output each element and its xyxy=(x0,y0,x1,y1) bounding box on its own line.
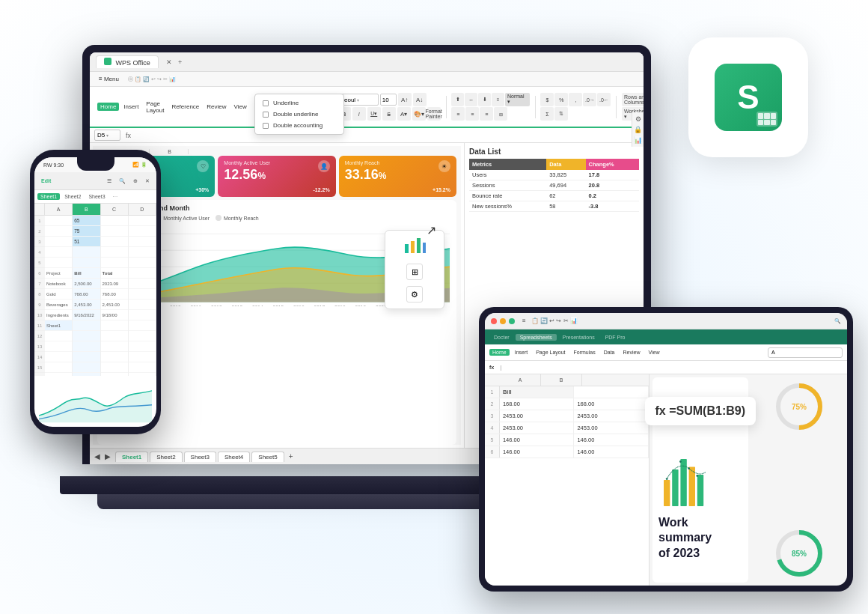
cell-a14[interactable] xyxy=(45,352,72,362)
cell-c9[interactable]: 2,453.00 xyxy=(101,300,128,310)
cell-b2[interactable]: 75 xyxy=(73,226,100,237)
phone-tab-3[interactable]: Sheet3 xyxy=(85,193,108,200)
ribbon-view[interactable]: View xyxy=(231,103,250,111)
sheet-tab-1[interactable]: Sheet1 xyxy=(115,452,148,462)
ribbon-reference[interactable]: Reference xyxy=(168,103,202,111)
align-right[interactable]: ≡ xyxy=(480,107,493,121)
cell-b14[interactable] xyxy=(73,352,100,362)
cell-d9[interactable] xyxy=(129,300,156,310)
sum-btn[interactable]: Σ xyxy=(540,107,554,121)
ribbon-page-layout[interactable]: Page Layout xyxy=(143,100,167,115)
cell-c8[interactable]: 768.00 xyxy=(101,289,128,300)
ribbon-review[interactable]: Review xyxy=(204,103,229,111)
format-painter-btn[interactable]: Format Painter xyxy=(427,107,441,121)
tab-new[interactable]: + xyxy=(178,58,182,66)
cell-b9[interactable]: 2,453.00 xyxy=(73,300,100,310)
phone-close-btn[interactable]: ✕ xyxy=(143,177,152,185)
dropdown-item-underline[interactable]: Underline xyxy=(255,97,343,109)
cell-b5[interactable] xyxy=(73,258,100,268)
cell-a1[interactable] xyxy=(45,216,72,226)
cell-a12[interactable] xyxy=(45,331,72,341)
rows-columns-btn[interactable]: Rows and Columns ▾ xyxy=(622,93,644,106)
cell-a9[interactable]: Beverages xyxy=(45,300,72,310)
cell-d5[interactable] xyxy=(129,258,156,268)
tablet-cell-b2[interactable]: 168.00 xyxy=(574,398,649,410)
ribbon-insert[interactable]: Insert xyxy=(120,103,141,111)
italic-btn[interactable]: I xyxy=(352,107,366,121)
formula-input[interactable] xyxy=(136,130,639,141)
chart-popup-settings-icon[interactable]: ⚙ xyxy=(390,286,439,303)
sheet-next[interactable]: ▶ xyxy=(105,452,111,460)
traffic-light-green[interactable] xyxy=(509,318,515,324)
cell-d7[interactable] xyxy=(129,279,156,289)
tablet-formula-input[interactable]: A xyxy=(768,347,843,358)
align-bottom[interactable]: ⬇ xyxy=(478,93,491,106)
sheet-add[interactable]: + xyxy=(289,452,293,460)
format-dropdown[interactable]: Normal ▾ xyxy=(505,93,530,106)
tablet-cell-b5[interactable]: 146.00 xyxy=(574,434,649,446)
cell-d2[interactable] xyxy=(129,226,156,237)
tablet-cell-a5[interactable]: 146.00 xyxy=(500,434,575,446)
tablet-ribbon-view[interactable]: View xyxy=(645,349,662,356)
tablet-ribbon-home[interactable]: Home xyxy=(489,349,510,356)
font-size-up[interactable]: A↑ xyxy=(398,93,412,106)
phone-more-tabs[interactable]: ··· xyxy=(113,193,118,200)
phone-edit-btn[interactable]: Edit xyxy=(39,177,53,184)
sheet-prev[interactable]: ◀ xyxy=(94,452,100,460)
cell-d12[interactable] xyxy=(129,331,156,341)
cell-c15[interactable] xyxy=(101,362,128,373)
app-tab-spreadsheets[interactable]: Spreadsheets xyxy=(516,334,557,341)
cell-a2[interactable] xyxy=(45,226,72,237)
tablet-cell-a1[interactable]: Bill xyxy=(500,386,575,398)
cell-a11[interactable]: Sheet1 xyxy=(45,320,72,331)
cell-d3[interactable] xyxy=(129,237,156,247)
cell-a15[interactable] xyxy=(45,362,72,373)
phone-tab-2[interactable]: Sheet2 xyxy=(61,193,84,200)
tablet-cell-b6[interactable]: 146.00 xyxy=(574,446,649,458)
tablet-ribbon-insert[interactable]: Insert xyxy=(512,349,531,356)
strikethrough-btn[interactable]: S xyxy=(382,107,396,121)
cell-a3[interactable] xyxy=(45,237,72,247)
cell-b12[interactable] xyxy=(73,331,100,341)
cell-c11[interactable] xyxy=(101,320,128,331)
cell-b8[interactable]: 768.00 xyxy=(73,289,100,300)
app-tab-docter[interactable]: Docter xyxy=(489,334,514,341)
cell-c3[interactable] xyxy=(101,237,128,247)
sheet-tab-2[interactable]: Sheet2 xyxy=(150,452,182,462)
cell-a6[interactable]: Project xyxy=(45,268,72,279)
phone-settings-btn[interactable]: ☰ xyxy=(105,177,114,185)
cell-d11[interactable] xyxy=(129,320,156,331)
cell-c12[interactable] xyxy=(101,331,128,341)
align-middle[interactable]: ↔ xyxy=(465,93,477,106)
fill-color-btn[interactable]: 🎨▾ xyxy=(412,107,426,121)
sort-btn[interactable]: ⇅ xyxy=(554,107,568,121)
sheet-tab-5[interactable]: Sheet5 xyxy=(251,452,284,462)
app-tab-pdf[interactable]: PDF Pro xyxy=(601,334,630,341)
cell-d4[interactable] xyxy=(129,247,156,258)
merge-cells[interactable]: ⊞ xyxy=(494,107,507,121)
cell-c10[interactable]: 9/18/00 xyxy=(101,310,128,320)
cell-b7[interactable]: 2,500.00 xyxy=(73,279,100,289)
cell-c13[interactable] xyxy=(101,341,128,352)
cell-d13[interactable] xyxy=(129,341,156,352)
tablet-cell-b3[interactable]: 2453.00 xyxy=(574,410,649,422)
comma-btn[interactable]: , xyxy=(569,93,582,106)
align-top[interactable]: ⬆ xyxy=(451,93,464,106)
tablet-menu-icon[interactable]: ≡ xyxy=(522,317,526,324)
ribbon-home[interactable]: Home xyxy=(97,103,119,111)
cell-d8[interactable] xyxy=(129,289,156,300)
cell-c1[interactable] xyxy=(101,216,128,226)
align-left[interactable]: ≡ xyxy=(451,107,465,121)
sheet-tab-3[interactable]: Sheet3 xyxy=(184,452,216,462)
tablet-cell-a3[interactable]: 2453.00 xyxy=(500,410,575,422)
settings-icon[interactable]: ⚙ xyxy=(406,286,423,303)
currency-btn[interactable]: $ xyxy=(540,93,554,106)
tablet-ribbon-page-layout[interactable]: Page Layout xyxy=(533,349,568,356)
align-center[interactable]: ≡ xyxy=(465,107,479,121)
percent-btn[interactable]: % xyxy=(554,93,568,106)
cell-c5[interactable] xyxy=(101,258,128,268)
cell-b1[interactable]: 65 xyxy=(73,216,100,226)
cell-b11[interactable] xyxy=(73,320,100,331)
font-size-down[interactable]: A↓ xyxy=(413,93,427,106)
cell-c2[interactable] xyxy=(101,226,128,237)
